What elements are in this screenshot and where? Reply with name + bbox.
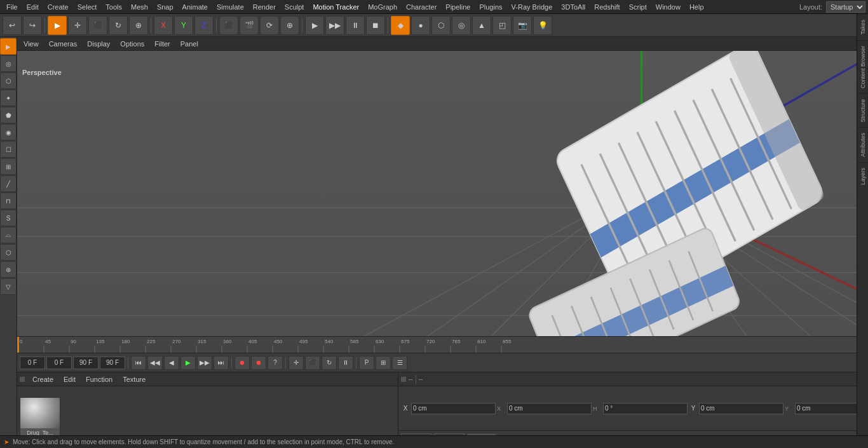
transform-tool-button[interactable]: ⊕ (129, 16, 148, 35)
undo-button[interactable]: ↩ (3, 16, 22, 35)
move-tool-button[interactable]: ✛ (68, 16, 87, 35)
viewport[interactable]: View Cameras Display Options Filter Pane… (17, 37, 868, 336)
left-tool-1[interactable]: ◎ (0, 55, 17, 72)
left-tool-9[interactable]: ⊓ (0, 193, 17, 209)
plane-prim-button[interactable]: ⬡ (431, 16, 451, 35)
menu-simulate[interactable]: Simulate (213, 2, 248, 12)
tab-attributes[interactable]: Attributes (857, 127, 868, 162)
vp-options-menu[interactable]: Options (118, 39, 147, 49)
render-region-button[interactable]: ▶ (305, 16, 324, 35)
scale-pb-button[interactable]: ⬛ (305, 356, 320, 370)
rotate2-button[interactable]: ⟳ (260, 16, 279, 35)
disc-prim-button[interactable]: ◰ (492, 16, 512, 35)
menu-3dtoall[interactable]: 3DToAll (557, 2, 589, 12)
render-stop-button[interactable]: ⏹ (366, 16, 385, 35)
start-frame-field[interactable] (20, 356, 45, 369)
record-button[interactable]: ⏺ (234, 356, 250, 370)
play-fast-button[interactable]: ▶▶ (197, 356, 212, 370)
preview-end-field[interactable] (73, 356, 98, 369)
h-scale-field[interactable] (603, 403, 688, 414)
sphere-prim-button[interactable]: ● (411, 16, 430, 35)
vp-view-menu[interactable]: View (21, 39, 41, 49)
go-end-button[interactable]: ⏭ (214, 356, 229, 370)
auto-key-button[interactable]: ⏺ (251, 356, 266, 370)
left-tool-6[interactable]: ☐ (0, 141, 17, 158)
timeline-ruler[interactable]: 0459013518022527031536040545049554058563… (17, 337, 868, 353)
menu-redshift[interactable]: Redshift (590, 2, 623, 12)
left-tool-12[interactable]: ⬡ (0, 244, 17, 261)
cube-prim-button[interactable]: ◆ (391, 16, 410, 35)
left-tool-8[interactable]: ╱ (0, 175, 17, 192)
tab-content-browser[interactable]: Content Browser (857, 40, 868, 93)
light-button[interactable]: 💡 (533, 16, 552, 35)
play-rev-fast-button[interactable]: ◀◀ (147, 356, 163, 370)
left-tool-11[interactable]: ⌓ (0, 227, 17, 243)
film-button[interactable]: 🎬 (240, 16, 259, 35)
vp-display-menu[interactable]: Display (85, 39, 112, 49)
render-to-po-button[interactable]: ⏸ (346, 16, 365, 35)
menu-animate[interactable]: Animate (179, 2, 212, 12)
rotate-tool-button[interactable]: ↻ (109, 16, 128, 35)
left-tool-14[interactable]: ▽ (0, 278, 17, 295)
current-frame-field[interactable] (46, 356, 72, 369)
move-pb-button[interactable]: ✛ (288, 356, 304, 370)
x-axis-button[interactable]: X (154, 16, 173, 35)
left-tool-10[interactable]: S (0, 210, 17, 226)
add-button[interactable]: ⊕ (280, 16, 299, 35)
cone-prim-button[interactable]: ▲ (472, 16, 491, 35)
x-pos-field[interactable] (411, 403, 496, 414)
menu-pipeline[interactable]: Pipeline (442, 2, 474, 12)
x-rot-field[interactable] (507, 403, 592, 414)
rotate-pb-button[interactable]: ↻ (322, 356, 337, 370)
menu-window[interactable]: Window (652, 2, 684, 12)
pin-button[interactable]: P (359, 356, 374, 370)
z-axis-button[interactable]: Z (194, 16, 214, 35)
menu-pb-button[interactable]: ☰ (392, 356, 407, 370)
help-button[interactable]: ? (268, 356, 283, 370)
material-item[interactable]: Drug_Te... (20, 397, 60, 438)
vp-panel-menu[interactable]: Panel (178, 39, 201, 49)
pause-button[interactable]: ⏸ (338, 356, 353, 370)
torus-prim-button[interactable]: ◎ (452, 16, 471, 35)
vp-cameras-menu[interactable]: Cameras (46, 39, 80, 49)
left-tool-2[interactable]: ⬡ (0, 72, 17, 89)
left-tool-4[interactable]: ⬟ (0, 107, 17, 123)
camera-button[interactable]: 📷 (513, 16, 532, 35)
menu-vray[interactable]: V-Ray Bridge (508, 2, 557, 12)
y-pos-field[interactable] (699, 403, 783, 414)
left-tool-13[interactable]: ⊛ (0, 261, 17, 278)
select-tool-button[interactable]: ▶ (48, 16, 67, 35)
menu-motion-tracker[interactable]: Motion Tracker (309, 2, 363, 12)
menu-help[interactable]: Help (686, 2, 708, 12)
tab-layers[interactable]: Layers (857, 162, 868, 190)
menu-plugins[interactable]: Plugins (475, 2, 506, 12)
menu-edit[interactable]: Edit (23, 2, 43, 12)
end-frame-field[interactable] (100, 356, 125, 369)
menu-snap[interactable]: Snap (153, 2, 177, 12)
left-tool-5[interactable]: ◉ (0, 124, 17, 140)
y-axis-button[interactable]: Y (174, 16, 193, 35)
mat-create-menu[interactable]: Create (30, 374, 56, 384)
object-mode-button[interactable]: ⬛ (219, 16, 238, 35)
left-tool-3[interactable]: ✦ (0, 90, 17, 106)
layout-select[interactable]: Startup (826, 1, 865, 13)
vp-filter-menu[interactable]: Filter (152, 39, 172, 49)
menu-mograph[interactable]: MoGraph (364, 2, 401, 12)
scale-tool-button[interactable]: ⬛ (88, 16, 107, 35)
menu-sculpt[interactable]: Sculpt (281, 2, 308, 12)
menu-character[interactable]: Character (402, 2, 440, 12)
tab-structure[interactable]: Structure (857, 93, 868, 128)
left-tool-0[interactable]: ▶ (0, 38, 17, 55)
menu-script[interactable]: Script (625, 2, 651, 12)
go-start-button[interactable]: ⏮ (131, 356, 146, 370)
menu-select[interactable]: Select (74, 2, 101, 12)
play-rev-button[interactable]: ◀ (164, 356, 179, 370)
menu-render[interactable]: Render (249, 2, 280, 12)
menu-create[interactable]: Create (44, 2, 72, 12)
menu-mesh[interactable]: Mesh (127, 2, 152, 12)
tab-takes[interactable]: Takes (857, 14, 868, 40)
left-tool-7[interactable]: ⊞ (0, 158, 17, 175)
mat-function-menu[interactable]: Function (83, 374, 115, 384)
render-active-button[interactable]: ▶▶ (325, 16, 344, 35)
menu-tools[interactable]: Tools (102, 2, 126, 12)
